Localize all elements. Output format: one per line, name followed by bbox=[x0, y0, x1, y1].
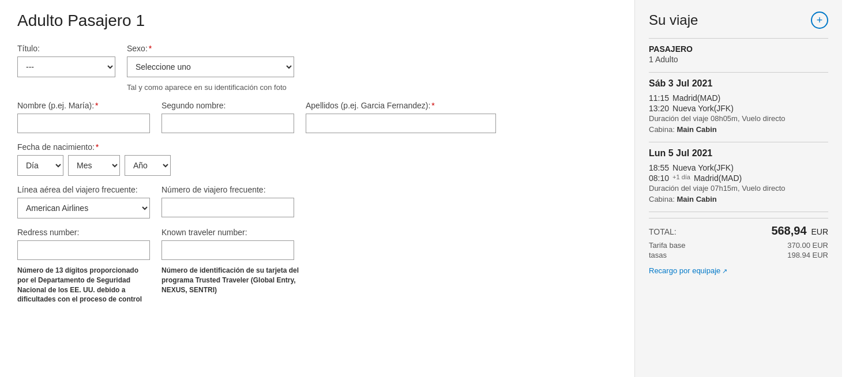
redress-input[interactable] bbox=[17, 240, 150, 260]
sexo-group: Sexo:* Seleccione uno Masculino Femenino… bbox=[127, 44, 294, 92]
total-currency: EUR bbox=[811, 227, 828, 236]
flight1-arr-city: Nueva York(JFK) bbox=[672, 104, 734, 113]
linea-select[interactable]: American Airlines bbox=[17, 198, 150, 218]
sexo-select[interactable]: Seleccione uno Masculino Femenino bbox=[127, 56, 294, 77]
sexo-label: Sexo:* bbox=[127, 44, 294, 53]
redress-info-text: Número de 13 dígitos proporcionado por e… bbox=[17, 266, 144, 304]
flight1-dep-row: 11:15 Madrid(MAD) bbox=[649, 93, 828, 103]
apellidos-required-star: * bbox=[431, 101, 434, 110]
pasajero-section: PASAJERO 1 Adulto bbox=[649, 44, 828, 64]
nombre-required-star: * bbox=[95, 101, 98, 110]
total-amount: 568,94 bbox=[771, 224, 806, 237]
redress-label: Redress number: bbox=[17, 228, 150, 237]
nacimiento-label: Fecha de nacimiento:* bbox=[17, 142, 171, 152]
total-row: TOTAL: 568,94 EUR bbox=[649, 224, 828, 237]
flight2-section: Lun 5 Jul 2021 18:55 Nueva York(JFK) 08:… bbox=[649, 148, 828, 203]
flight1-date: Sáb 3 Jul 2021 bbox=[649, 78, 828, 89]
linea-label: Línea aérea del viajero frecuente: bbox=[17, 185, 150, 194]
flight1-cabin-value: Main Cabin bbox=[677, 125, 716, 134]
flight2-date: Lun 5 Jul 2021 bbox=[649, 148, 828, 159]
tasas-amount: 198.94 EUR bbox=[787, 251, 828, 259]
flight1-arr-row: 13:20 Nueva York(JFK) bbox=[649, 104, 828, 113]
total-amount-display: 568,94 EUR bbox=[771, 224, 828, 237]
nombre-label: Nombre (p.ej. María):* bbox=[17, 101, 150, 110]
sidebar: Su viaje + PASAJERO 1 Adulto Sáb 3 Jul 2… bbox=[634, 0, 842, 377]
flight2-arr-day: +1 día bbox=[672, 174, 690, 183]
redress-group: Redress number: Número de 13 dígitos pro… bbox=[17, 228, 150, 304]
redress-known-row: Redress number: Número de 13 dígitos pro… bbox=[17, 228, 617, 304]
tasas-label: tasas bbox=[649, 251, 667, 259]
tasas-row: tasas 198.94 EUR bbox=[649, 251, 828, 259]
flight1-cabin: Cabina: Main Cabin bbox=[649, 125, 828, 134]
flight2-dep-city: Nueva York(JFK) bbox=[672, 163, 734, 172]
flight2-dep-row: 18:55 Nueva York(JFK) bbox=[649, 163, 828, 172]
titulo-sexo-row: Título: --- Mr. Mrs. Ms. Dr. Sexo:* Sele… bbox=[17, 44, 617, 92]
pasajero-value: 1 Adulto bbox=[649, 55, 828, 64]
segundo-label: Segundo nombre: bbox=[161, 101, 294, 110]
sexo-required-star: * bbox=[149, 44, 152, 53]
numero-frecuente-group: Número de viajero frecuente: bbox=[161, 185, 294, 217]
pasajero-label: PASAJERO bbox=[649, 44, 828, 54]
sidebar-title: Su viaje bbox=[649, 12, 698, 28]
flight2-arr-row: 08:10 +1 día Madrid(MAD) bbox=[649, 174, 828, 183]
dia-select[interactable]: Día bbox=[17, 155, 63, 176]
numero-frecuente-input[interactable] bbox=[161, 198, 294, 217]
segundo-input[interactable] bbox=[161, 114, 294, 133]
titulo-select[interactable]: --- Mr. Mrs. Ms. Dr. bbox=[17, 56, 115, 77]
nombre-input[interactable] bbox=[17, 114, 150, 133]
nombre-group: Nombre (p.ej. María):* bbox=[17, 101, 150, 133]
flight1-section: Sáb 3 Jul 2021 11:15 Madrid(MAD) 13:20 N… bbox=[649, 78, 828, 134]
divider-1 bbox=[649, 38, 828, 39]
known-group: Known traveler number: Número de identif… bbox=[161, 228, 311, 295]
flight2-duration: Duración del viaje 07h15m, Vuelo directo bbox=[649, 184, 828, 193]
total-label: TOTAL: bbox=[649, 227, 677, 236]
flight2-dep-time: 18:55 bbox=[649, 163, 669, 172]
apellidos-group: Apellidos (p.ej. Garcia Fernandez):* bbox=[306, 101, 496, 133]
apellidos-label: Apellidos (p.ej. Garcia Fernandez):* bbox=[306, 101, 496, 110]
numero-frecuente-label: Número de viajero frecuente: bbox=[161, 185, 294, 194]
flight1-arr-time: 13:20 bbox=[649, 104, 669, 113]
flight2-arr-time: 08:10 bbox=[649, 174, 669, 183]
nombre-row: Nombre (p.ej. María):* Segundo nombre: A… bbox=[17, 101, 617, 133]
nacimiento-group: Fecha de nacimiento:* Día Mes Año bbox=[17, 142, 171, 176]
sexo-hint: Tal y como aparece en su identificación … bbox=[127, 83, 294, 92]
flight2-cabin: Cabina: Main Cabin bbox=[649, 195, 828, 203]
flight2-arr-city: Madrid(MAD) bbox=[694, 174, 742, 183]
divider-3 bbox=[649, 142, 828, 142]
known-info-text: Número de identificación de su tarjeta d… bbox=[161, 266, 311, 295]
add-button[interactable]: + bbox=[811, 12, 828, 29]
titulo-group: Título: --- Mr. Mrs. Ms. Dr. bbox=[17, 44, 115, 77]
flight1-duration: Duración del viaje 08h05m, Vuelo directo bbox=[649, 114, 828, 123]
tarifa-amount: 370.00 EUR bbox=[787, 241, 828, 250]
tarifa-label: Tarifa base bbox=[649, 241, 686, 250]
plus-icon: + bbox=[817, 14, 823, 27]
sidebar-header: Su viaje + bbox=[649, 12, 828, 29]
known-label: Known traveler number: bbox=[161, 228, 311, 237]
mes-select[interactable]: Mes bbox=[68, 155, 120, 176]
tarifa-row: Tarifa base 370.00 EUR bbox=[649, 241, 828, 250]
flight1-dep-city: Madrid(MAD) bbox=[672, 93, 720, 103]
titulo-label: Título: bbox=[17, 44, 115, 53]
divider-2 bbox=[649, 72, 828, 73]
baggage-link[interactable]: Recargo por equipaje bbox=[649, 266, 727, 275]
page-title: Adulto Pasajero 1 bbox=[17, 12, 617, 30]
flight1-dep-time: 11:15 bbox=[649, 93, 669, 103]
known-input[interactable] bbox=[161, 240, 294, 260]
flight2-cabin-value: Main Cabin bbox=[677, 195, 716, 203]
anio-select[interactable]: Año bbox=[125, 155, 171, 176]
apellidos-input[interactable] bbox=[306, 114, 496, 133]
nacimiento-row: Fecha de nacimiento:* Día Mes Año bbox=[17, 142, 617, 176]
nacimiento-required-star: * bbox=[96, 142, 99, 152]
nacimiento-selects: Día Mes Año bbox=[17, 155, 171, 176]
divider-4 bbox=[649, 212, 828, 212]
segundo-group: Segundo nombre: bbox=[161, 101, 294, 133]
total-section: TOTAL: 568,94 EUR Tarifa base 370.00 EUR… bbox=[649, 218, 828, 275]
main-form-area: Adulto Pasajero 1 Título: --- Mr. Mrs. M… bbox=[0, 0, 634, 377]
linea-group: Línea aérea del viajero frecuente: Ameri… bbox=[17, 185, 150, 218]
linea-frecuente-row: Línea aérea del viajero frecuente: Ameri… bbox=[17, 185, 617, 218]
